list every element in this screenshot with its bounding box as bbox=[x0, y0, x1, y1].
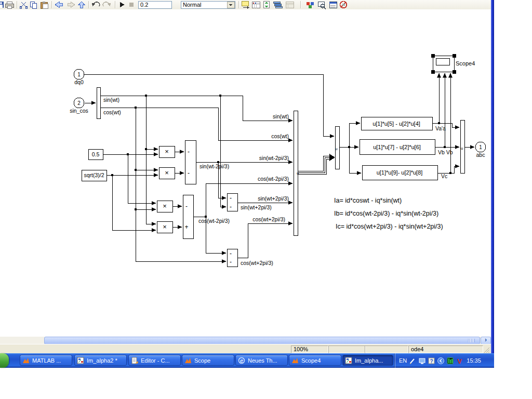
window-border bbox=[491, 0, 494, 353]
product-block-4[interactable]: × bbox=[157, 221, 172, 233]
update-diagram-icon[interactable] bbox=[263, 2, 269, 8]
display-icon[interactable] bbox=[419, 357, 425, 364]
svg-text:u[1]*u[5] - u[2]*u[4]: u[1]*u[5] - u[2]*u[4] bbox=[373, 121, 420, 127]
horizontal-scrollbar[interactable]: › bbox=[0, 337, 491, 344]
status-message bbox=[1, 345, 290, 352]
scope4-block[interactable]: Scope4 bbox=[431, 54, 475, 73]
constant-sqrt3-over-2[interactable]: sqrt(3)/2 bbox=[82, 170, 107, 181]
taskbar-button-matlab[interactable]: MATLAB ... bbox=[20, 355, 72, 366]
sum-block-4[interactable]: - - bbox=[227, 249, 237, 267]
print-icon[interactable] bbox=[5, 2, 14, 8]
svg-text:sin(wt-2pi/3): sin(wt-2pi/3) bbox=[259, 155, 289, 161]
save-icon[interactable] bbox=[0, 2, 4, 8]
equation-ic: Ic= id*cos(wt+2pi/3) - iq*sin(wt+2pi/3) bbox=[336, 223, 443, 230]
copy-icon[interactable] bbox=[30, 2, 37, 9]
solver-value: ode4 bbox=[411, 346, 423, 352]
sim-stop-time-value[interactable]: 0.2 bbox=[140, 2, 148, 8]
product-block-3[interactable]: × bbox=[157, 201, 172, 212]
sum-block-2[interactable]: - + bbox=[183, 195, 193, 238]
back-icon[interactable] bbox=[55, 2, 62, 8]
zoom-level-value: 100% bbox=[294, 346, 308, 352]
svg-text:V: V bbox=[457, 357, 462, 364]
library-browser-icon[interactable] bbox=[252, 2, 260, 8]
pen-icon[interactable] bbox=[409, 357, 416, 364]
matlab-icon bbox=[22, 357, 30, 364]
simulink-blocks-icon[interactable] bbox=[307, 2, 314, 9]
svg-text:2: 2 bbox=[77, 100, 81, 106]
fcn-block-3[interactable]: u[1]*u[9]- u[2]*u[8] bbox=[362, 165, 437, 180]
paste-icon[interactable] bbox=[41, 2, 48, 9]
fcn-block-1[interactable]: u[1]*u[5] - u[2]*u[4] bbox=[361, 117, 432, 130]
scroll-right-button[interactable]: › bbox=[481, 337, 491, 344]
antivirus-icon[interactable]: V bbox=[456, 357, 463, 364]
scope4-label: Scope4 bbox=[456, 60, 475, 66]
debug-disabled-icon[interactable] bbox=[340, 2, 347, 8]
find-in-model-icon[interactable] bbox=[318, 2, 326, 9]
sim-mode-value[interactable]: Normal bbox=[183, 2, 201, 8]
fcn-block-2[interactable]: u[1]*u[7] - u[2]*u[6] bbox=[360, 139, 435, 154]
model-canvas[interactable]: 1 dq0 2 sin_cos 0.5 sqrt bbox=[0, 9, 491, 337]
constant-0p5[interactable]: 0.5 bbox=[88, 149, 103, 159]
taskbar-button-im-alpha2[interactable]: Im_alpha2 * bbox=[74, 355, 127, 366]
svg-text:Va'a: Va'a bbox=[435, 125, 446, 131]
svg-text:u[1]*u[7] - u[2]*u[6]: u[1]*u[7] - u[2]*u[6] bbox=[373, 144, 421, 150]
inport-sin-cos-label: sin_cos bbox=[70, 108, 88, 114]
model-browser-toggle-icon[interactable] bbox=[242, 2, 249, 9]
start-button[interactable] bbox=[0, 353, 9, 368]
language-indicator[interactable]: EN bbox=[399, 357, 407, 364]
resize-grip[interactable] bbox=[483, 347, 489, 353]
taskbar-button-scope[interactable]: Scope bbox=[182, 355, 234, 366]
sim-stop-time-field[interactable]: 0.2 bbox=[138, 1, 171, 8]
svg-text:1: 1 bbox=[479, 144, 482, 150]
up-level-icon[interactable] bbox=[79, 2, 85, 8]
generate-report-icon[interactable] bbox=[286, 2, 294, 8]
undo-icon[interactable] bbox=[92, 2, 100, 6]
demux-block[interactable] bbox=[97, 87, 100, 118]
taskbar: MATLAB ... Im_alpha2 * Editor - C... Sco… bbox=[0, 353, 494, 368]
sum-block-1[interactable]: - - bbox=[185, 140, 196, 184]
help-icon[interactable]: ? bbox=[428, 357, 435, 364]
svg-text:cos(wt+2pi/3): cos(wt+2pi/3) bbox=[241, 260, 273, 266]
svg-text:sqrt(3)/2: sqrt(3)/2 bbox=[84, 172, 104, 178]
inport-dq0[interactable]: 1 dq0 bbox=[74, 69, 84, 85]
annotation-equations[interactable]: Ia= id*coswt - iq*sin(wt) Ib= id*cos(wt-… bbox=[334, 197, 443, 230]
svg-text:u: u bbox=[335, 147, 337, 151]
solver-field: ode4 bbox=[408, 345, 483, 353]
build-all-icon[interactable] bbox=[273, 2, 282, 8]
taskbar-button-scope4[interactable]: Scope4 bbox=[289, 355, 341, 366]
product-block-2[interactable]: × bbox=[159, 167, 175, 179]
editor-icon bbox=[131, 357, 138, 364]
taskbar-button-neues[interactable]: e Neues Th... bbox=[235, 355, 288, 366]
model-explorer-icon[interactable] bbox=[329, 2, 337, 8]
svg-text:-: - bbox=[188, 169, 190, 177]
taskbar-button-im-alpha-active[interactable]: Im_alpha... bbox=[342, 355, 393, 366]
svg-text:×: × bbox=[165, 148, 169, 155]
svg-text:e: e bbox=[240, 357, 243, 364]
svg-text:×: × bbox=[163, 202, 167, 210]
stop-simulation-icon[interactable] bbox=[129, 3, 134, 7]
svg-text:u[1]*u[9]- u[2]*u[8]: u[1]*u[9]- u[2]*u[8] bbox=[377, 169, 423, 176]
scrollbar-thumb[interactable] bbox=[44, 337, 480, 344]
svg-text:sin(wt): sin(wt) bbox=[273, 113, 289, 119]
toolbar: 0.2 Normal bbox=[0, 0, 491, 10]
network-meter-icon[interactable] bbox=[447, 357, 454, 364]
forward-icon[interactable] bbox=[68, 2, 75, 8]
cut-icon[interactable] bbox=[20, 2, 28, 8]
svg-text:cos(wt+2pi/3): cos(wt+2pi/3) bbox=[252, 216, 285, 222]
product-block-1[interactable]: × bbox=[159, 146, 175, 157]
clock[interactable]: 15:35 bbox=[467, 357, 481, 364]
svg-text:-: - bbox=[188, 148, 190, 155]
collapse-chevron-icon[interactable] bbox=[437, 357, 444, 364]
sim-mode-dropdown[interactable]: Normal bbox=[181, 1, 235, 8]
svg-text:sin(wt-2pi/3): sin(wt-2pi/3) bbox=[200, 163, 229, 169]
sum-block-3[interactable]: - - bbox=[227, 193, 237, 211]
scrollbar-grip bbox=[468, 339, 475, 342]
redo-icon[interactable] bbox=[103, 2, 111, 6]
svg-text:sin(wt): sin(wt) bbox=[103, 97, 119, 103]
inport-sin-cos[interactable]: 2 sin_cos bbox=[70, 98, 88, 114]
svg-text:+: + bbox=[184, 223, 188, 231]
outport-abc[interactable]: 1 abc bbox=[475, 142, 486, 158]
taskbar-button-editor[interactable]: Editor - C... bbox=[128, 355, 181, 366]
start-simulation-icon[interactable] bbox=[120, 2, 125, 7]
svg-text:×: × bbox=[163, 223, 167, 231]
